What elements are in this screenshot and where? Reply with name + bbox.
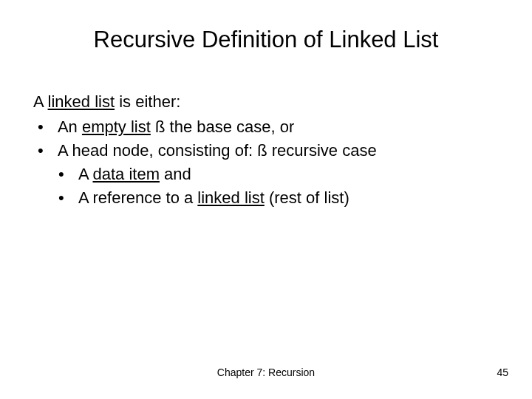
b3-post: and [160,165,191,183]
footer-chapter: Chapter 7: Recursion [0,366,532,378]
bullet-3: A data item and [33,163,499,186]
b3-underline: data item [92,165,160,183]
b1-pre: An [58,117,82,136]
b4-underline: linked list [197,188,264,207]
slide: Recursive Definition of Linked List A li… [0,0,532,399]
intro-post: is either: [115,92,180,111]
page-number: 45 [497,366,508,378]
intro-line: A linked list is either: [33,90,499,114]
b4-post: (rest of list) [265,188,349,207]
b1-tail: the base case, or [165,117,294,136]
intro-underline: linked list [48,92,115,111]
bullet-4: A reference to a linked list (rest of li… [33,186,499,210]
bullet-1: An empty list ß the base case, or [33,115,499,139]
slide-title: Recursive Definition of Linked List [33,27,499,53]
bullet-list: An empty list ß the base case, or A head… [33,115,499,210]
b1-underline: empty list [82,117,151,136]
bullet-2: A head node, consisting of: ß recursive … [33,139,499,163]
left-arrow-icon: ß [257,141,267,160]
b3-pre: A [78,165,93,183]
left-arrow-icon: ß [155,117,165,136]
slide-body: A linked list is either: An empty list ß… [33,90,499,209]
b2-tail: recursive case [267,141,377,160]
b4-pre: A reference to a [78,188,197,207]
b2-pre: A head node, consisting of: [58,141,257,160]
intro-pre: A [33,92,48,111]
